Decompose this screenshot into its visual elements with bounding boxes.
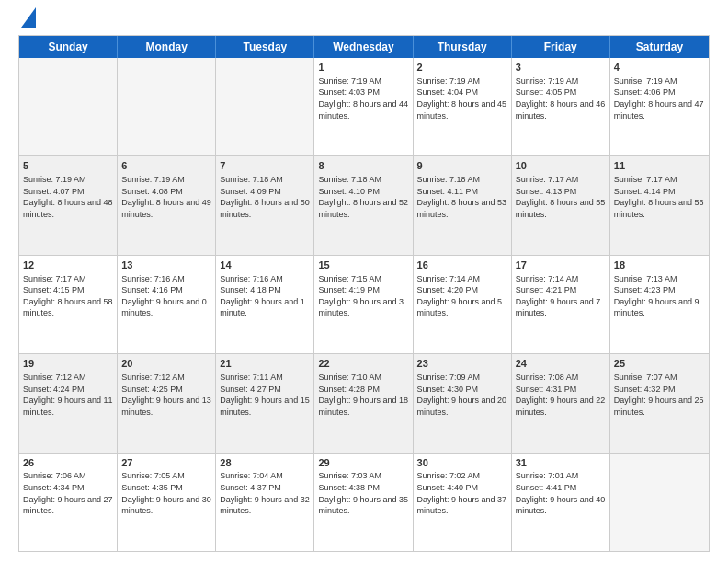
day-number: 5 [23,159,113,173]
calendar-cell: 28Sunrise: 7:04 AMSunset: 4:37 PMDayligh… [216,454,314,551]
cell-details: Sunrise: 7:17 AMSunset: 4:13 PMDaylight:… [516,174,606,220]
day-number: 29 [318,456,408,470]
calendar: SundayMondayTuesdayWednesdayThursdayFrid… [18,35,710,552]
day-number: 1 [318,61,408,75]
cell-details: Sunrise: 7:18 AMSunset: 4:10 PMDaylight:… [318,174,408,220]
day-number: 26 [23,456,113,470]
calendar-cell: 31Sunrise: 7:01 AMSunset: 4:41 PMDayligh… [512,454,610,551]
calendar-cell: 22Sunrise: 7:10 AMSunset: 4:28 PMDayligh… [314,354,413,452]
calendar-cell: 20Sunrise: 7:12 AMSunset: 4:25 PMDayligh… [118,354,216,452]
day-number: 6 [121,159,211,173]
day-number: 17 [516,259,606,272]
day-number: 9 [417,159,507,173]
cell-details: Sunrise: 7:03 AMSunset: 4:38 PMDaylight:… [318,470,408,516]
cell-details: Sunrise: 7:14 AMSunset: 4:20 PMDaylight:… [417,273,507,319]
cell-details: Sunrise: 7:05 AMSunset: 4:35 PMDaylight:… [121,470,211,516]
calendar-cell [118,58,216,155]
day-number: 14 [220,259,310,272]
cell-details: Sunrise: 7:01 AMSunset: 4:41 PMDaylight:… [516,470,606,516]
calendar-cell: 27Sunrise: 7:05 AMSunset: 4:35 PMDayligh… [118,454,216,551]
cell-details: Sunrise: 7:17 AMSunset: 4:15 PMDaylight:… [23,273,113,319]
day-number: 10 [516,159,606,173]
calendar-cell: 18Sunrise: 7:13 AMSunset: 4:23 PMDayligh… [610,256,709,353]
cell-details: Sunrise: 7:09 AMSunset: 4:30 PMDaylight:… [417,372,507,418]
calendar-cell: 3Sunrise: 7:19 AMSunset: 4:05 PMDaylight… [512,58,610,155]
day-number: 7 [220,159,310,173]
calendar-cell: 13Sunrise: 7:16 AMSunset: 4:16 PMDayligh… [118,256,216,353]
calendar-row-0: 1Sunrise: 7:19 AMSunset: 4:03 PMDaylight… [19,58,709,155]
cell-details: Sunrise: 7:06 AMSunset: 4:34 PMDaylight:… [23,470,113,516]
header-day-wednesday: Wednesday [314,36,413,58]
day-number: 8 [318,159,408,173]
calendar-cell: 9Sunrise: 7:18 AMSunset: 4:11 PMDaylight… [414,156,512,254]
calendar-row-4: 26Sunrise: 7:06 AMSunset: 4:34 PMDayligh… [19,453,709,551]
cell-details: Sunrise: 7:13 AMSunset: 4:23 PMDaylight:… [614,273,705,319]
cell-details: Sunrise: 7:19 AMSunset: 4:07 PMDaylight:… [23,174,113,220]
day-number: 20 [121,357,211,371]
cell-details: Sunrise: 7:10 AMSunset: 4:28 PMDaylight:… [318,372,408,418]
logo [18,15,36,28]
calendar-cell: 10Sunrise: 7:17 AMSunset: 4:13 PMDayligh… [512,156,610,254]
calendar-cell: 11Sunrise: 7:17 AMSunset: 4:14 PMDayligh… [610,156,709,254]
calendar-cell: 24Sunrise: 7:08 AMSunset: 4:31 PMDayligh… [512,354,610,452]
cell-details: Sunrise: 7:07 AMSunset: 4:32 PMDaylight:… [614,372,705,418]
day-number: 3 [516,61,606,75]
day-number: 22 [318,357,408,371]
day-number: 4 [614,61,705,75]
day-number: 16 [417,259,507,272]
day-number: 13 [121,259,211,272]
day-number: 21 [220,357,310,371]
header [18,15,710,28]
header-day-friday: Friday [512,36,610,58]
header-day-tuesday: Tuesday [216,36,314,58]
cell-details: Sunrise: 7:16 AMSunset: 4:16 PMDaylight:… [121,273,211,319]
calendar-cell [610,454,709,551]
cell-details: Sunrise: 7:18 AMSunset: 4:11 PMDaylight:… [417,174,507,220]
calendar-body: 1Sunrise: 7:19 AMSunset: 4:03 PMDaylight… [19,58,709,551]
calendar-cell [216,58,314,155]
cell-details: Sunrise: 7:19 AMSunset: 4:04 PMDaylight:… [417,75,507,121]
header-day-thursday: Thursday [414,36,512,58]
day-number: 28 [220,456,310,470]
logo-icon [21,7,36,28]
day-number: 19 [23,357,113,371]
calendar-cell: 4Sunrise: 7:19 AMSunset: 4:06 PMDaylight… [610,58,709,155]
calendar-cell: 30Sunrise: 7:02 AMSunset: 4:40 PMDayligh… [414,454,512,551]
header-day-saturday: Saturday [610,36,709,58]
calendar-row-1: 5Sunrise: 7:19 AMSunset: 4:07 PMDaylight… [19,155,709,254]
day-number: 2 [417,61,507,75]
calendar-cell: 6Sunrise: 7:19 AMSunset: 4:08 PMDaylight… [118,156,216,254]
calendar-cell: 14Sunrise: 7:16 AMSunset: 4:18 PMDayligh… [216,256,314,353]
cell-details: Sunrise: 7:15 AMSunset: 4:19 PMDaylight:… [318,273,408,319]
cell-details: Sunrise: 7:02 AMSunset: 4:40 PMDaylight:… [417,470,507,516]
day-number: 30 [417,456,507,470]
day-number: 15 [318,259,408,272]
cell-details: Sunrise: 7:19 AMSunset: 4:08 PMDaylight:… [121,174,211,220]
cell-details: Sunrise: 7:12 AMSunset: 4:25 PMDaylight:… [121,372,211,418]
calendar-cell: 26Sunrise: 7:06 AMSunset: 4:34 PMDayligh… [19,454,118,551]
day-number: 23 [417,357,507,371]
day-number: 24 [516,357,606,371]
calendar-cell: 5Sunrise: 7:19 AMSunset: 4:07 PMDaylight… [19,156,118,254]
calendar-cell: 8Sunrise: 7:18 AMSunset: 4:10 PMDaylight… [314,156,413,254]
day-number: 11 [614,159,705,173]
day-number: 31 [516,456,606,470]
header-day-monday: Monday [118,36,216,58]
day-number: 27 [121,456,211,470]
cell-details: Sunrise: 7:12 AMSunset: 4:24 PMDaylight:… [23,372,113,418]
calendar-row-2: 12Sunrise: 7:17 AMSunset: 4:15 PMDayligh… [19,255,709,353]
cell-details: Sunrise: 7:19 AMSunset: 4:06 PMDaylight:… [614,75,705,121]
day-number: 12 [23,259,113,272]
calendar-cell: 2Sunrise: 7:19 AMSunset: 4:04 PMDaylight… [414,58,512,155]
svg-marker-0 [21,7,36,28]
calendar-header: SundayMondayTuesdayWednesdayThursdayFrid… [19,36,709,58]
cell-details: Sunrise: 7:08 AMSunset: 4:31 PMDaylight:… [516,372,606,418]
calendar-cell: 17Sunrise: 7:14 AMSunset: 4:21 PMDayligh… [512,256,610,353]
cell-details: Sunrise: 7:04 AMSunset: 4:37 PMDaylight:… [220,470,310,516]
cell-details: Sunrise: 7:16 AMSunset: 4:18 PMDaylight:… [220,273,310,319]
cell-details: Sunrise: 7:19 AMSunset: 4:03 PMDaylight:… [318,75,408,121]
cell-details: Sunrise: 7:14 AMSunset: 4:21 PMDaylight:… [516,273,606,319]
header-day-sunday: Sunday [19,36,118,58]
calendar-cell: 19Sunrise: 7:12 AMSunset: 4:24 PMDayligh… [19,354,118,452]
calendar-cell: 12Sunrise: 7:17 AMSunset: 4:15 PMDayligh… [19,256,118,353]
